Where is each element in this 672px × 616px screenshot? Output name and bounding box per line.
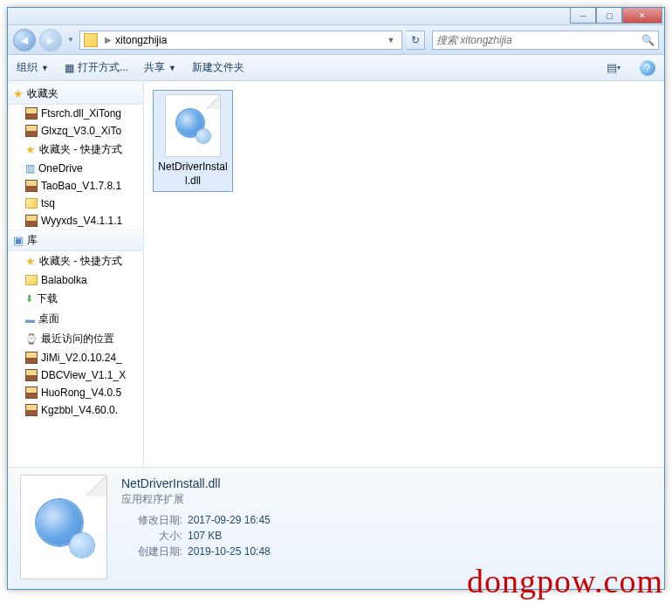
sidebar-item[interactable]: Balabolka [8,271,143,289]
sidebar-item[interactable]: ★收藏夹 - 快捷方式 [8,140,143,160]
search-input[interactable] [436,34,641,46]
details-value: 2017-09-29 16:45 [188,512,271,528]
sidebar-item[interactable]: ▬桌面 [8,309,143,329]
star-icon: ★ [25,255,36,268]
archive-icon [25,107,38,120]
download-icon: ⬇ [25,293,33,305]
folder-icon [84,33,98,47]
sidebar-item[interactable]: TaoBao_V1.7.8.1 [8,177,143,195]
sidebar-item-label: DBCView_V1.1_X [41,369,126,381]
sidebar-item[interactable]: JiMi_V2.0.10.24_ [8,349,143,366]
sidebar-item[interactable]: DBCView_V1.1_X [8,366,143,384]
sidebar-item[interactable]: Glxzq_V3.0_XiTo [8,122,143,140]
sidebar-item[interactable]: ★收藏夹 - 快捷方式 [8,251,143,271]
explorer-window: ─ ▢ ✕ ◄ ► ▼ ▶ xitongzhijia ▼ ↻ 🔍 组织 ▼ ▦ … [7,7,665,590]
sidebar-item[interactable]: ⬇下载 [8,289,143,309]
help-button[interactable]: ? [640,60,655,76]
archive-icon [25,387,38,399]
sidebar-item-label: HuoRong_V4.0.5 [41,387,121,399]
folder-icon [25,275,38,285]
sidebar-item-label: OneDrive [38,162,83,175]
details-label: 大小: [121,528,182,544]
open-with-button[interactable]: ▦ 打开方式... [65,60,128,75]
recent-icon: ⌚ [25,333,38,345]
archive-icon [25,125,38,137]
sidebar-item-label: 下载 [37,291,58,306]
sidebar-item-label: 最近访问的位置 [41,332,114,346]
details-filetype: 应用程序扩展 [121,492,271,507]
navigation-bar: ◄ ► ▼ ▶ xitongzhijia ▼ ↻ 🔍 [8,25,664,55]
details-row: 大小:107 KB [121,528,271,544]
sidebar-item-label: 桌面 [38,311,59,326]
details-row: 修改日期:2017-09-29 16:45 [121,512,271,528]
share-button[interactable]: 共享 ▼ [144,60,176,75]
file-item-selected[interactable]: NetDriverInstall.dll [153,90,233,192]
new-folder-button[interactable]: 新建文件夹 [192,60,244,75]
library-icon: ▣ [13,234,24,247]
gear-icon [33,496,94,558]
body-area: ★ 收藏夹 Ftsrch.dll_XiTongGlxzq_V3.0_XiTo★收… [8,81,664,467]
details-label: 修改日期: [121,512,182,528]
close-button[interactable]: ✕ [622,8,662,24]
details-filename: NetDriverInstall.dll [121,476,271,490]
forward-button[interactable]: ► [39,29,62,51]
desktop-icon: ▬ [25,314,35,325]
sidebar-item[interactable]: Kgzbbl_V4.60.0. [8,401,143,419]
archive-icon [25,215,38,227]
history-dropdown[interactable]: ▼ [65,29,76,51]
navigation-pane[interactable]: ★ 收藏夹 Ftsrch.dll_XiTongGlxzq_V3.0_XiTo★收… [8,81,144,467]
sidebar-item-label: Ftsrch.dll_XiTong [41,107,121,120]
sidebar-item-label: 收藏夹 - 快捷方式 [39,142,122,157]
sidebar-item[interactable]: ⌚最近访问的位置 [8,329,143,349]
details-value: 2019-10-25 10:48 [188,544,271,559]
breadcrumb-segment[interactable]: xitongzhijia [115,34,167,46]
file-name-label: NetDriverInstall.dll [157,161,229,188]
sidebar-item[interactable]: ▥OneDrive [8,160,143,177]
search-icon[interactable]: 🔍 [641,34,655,46]
details-label: 创建日期: [121,544,182,559]
refresh-button[interactable]: ↻ [406,31,425,50]
sidebar-item-label: Balabolka [41,274,87,286]
organize-button[interactable]: 组织 ▼ [17,60,49,75]
star-icon: ★ [25,143,36,156]
dll-file-icon [165,94,221,157]
file-list-pane[interactable]: NetDriverInstall.dll [144,81,664,467]
archive-icon [25,352,38,364]
archive-icon [25,180,38,192]
maximize-button[interactable]: ▢ [596,8,622,24]
star-icon: ★ [13,87,24,100]
details-text: NetDriverInstall.dll 应用程序扩展 修改日期:2017-09… [121,475,271,582]
onedrive-icon: ▥ [25,162,35,175]
breadcrumb-separator: ▶ [105,35,112,44]
sidebar-item[interactable]: HuoRong_V4.0.5 [8,384,143,401]
sidebar-item[interactable]: Ftsrch.dll_XiTong [8,105,143,122]
folder-icon [25,198,38,209]
address-bar[interactable]: ▶ xitongzhijia ▼ [79,31,402,50]
toolbar: 组织 ▼ ▦ 打开方式... 共享 ▼ 新建文件夹 ▤ ▾ ? [8,55,664,81]
sidebar-item[interactable]: tsq [8,195,143,212]
sidebar-item-label: JiMi_V2.0.10.24_ [41,352,122,364]
sidebar-item[interactable]: Wyyxds_V4.1.1.1 [8,212,143,229]
sidebar-item-label: Kgzbbl_V4.60.0. [41,404,118,416]
details-pane: NetDriverInstall.dll 应用程序扩展 修改日期:2017-09… [8,467,664,589]
details-value: 107 KB [188,528,222,544]
minimize-button[interactable]: ─ [570,8,596,24]
details-thumbnail [20,475,107,579]
sidebar-item-label: Glxzq_V3.0_XiTo [41,125,121,137]
favorites-header[interactable]: ★ 收藏夹 [8,83,143,105]
sidebar-item-label: 收藏夹 - 快捷方式 [39,254,122,269]
sidebar-item-label: TaoBao_V1.7.8.1 [41,180,121,192]
archive-icon [25,404,38,416]
gear-icon [175,108,210,143]
view-options-button[interactable]: ▤ ▾ [603,58,624,78]
libraries-header[interactable]: ▣ 库 [8,229,143,251]
archive-icon [25,369,38,381]
sidebar-item-label: tsq [41,197,55,209]
address-dropdown[interactable]: ▼ [384,36,398,44]
search-box[interactable]: 🔍 [432,31,659,50]
titlebar: ─ ▢ ✕ [8,8,664,25]
sidebar-item-label: Wyyxds_V4.1.1.1 [41,215,122,227]
details-row: 创建日期:2019-10-25 10:48 [121,544,271,559]
back-button[interactable]: ◄ [13,29,36,51]
